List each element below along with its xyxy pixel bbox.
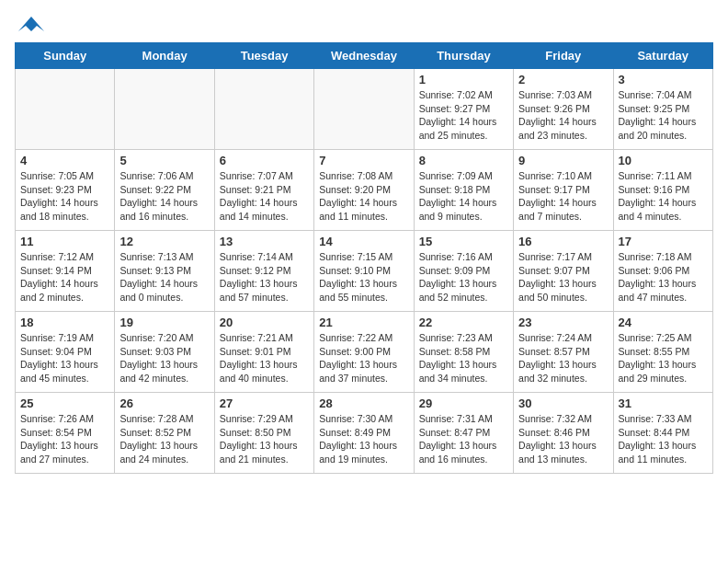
calendar-cell: 28Sunrise: 7:30 AM Sunset: 8:49 PM Dayli…: [314, 393, 414, 474]
calendar-cell: 14Sunrise: 7:15 AM Sunset: 9:10 PM Dayli…: [314, 231, 414, 312]
day-info: Sunrise: 7:24 AM Sunset: 8:57 PM Dayligh…: [518, 331, 608, 385]
day-info: Sunrise: 7:10 AM Sunset: 9:17 PM Dayligh…: [518, 169, 608, 224]
calendar-week-row: 4Sunrise: 7:05 AM Sunset: 9:23 PM Daylig…: [16, 150, 713, 231]
calendar-header-row: SundayMondayTuesdayWednesdayThursdayFrid…: [16, 43, 713, 69]
day-info: Sunrise: 7:11 AM Sunset: 9:16 PM Dayligh…: [619, 169, 708, 224]
day-number: 21: [319, 316, 408, 329]
day-info: Sunrise: 7:05 AM Sunset: 9:23 PM Dayligh…: [20, 169, 109, 224]
page-header: [15, 15, 713, 35]
calendar-cell: 6Sunrise: 7:07 AM Sunset: 9:21 PM Daylig…: [214, 150, 313, 231]
day-info: Sunrise: 7:15 AM Sunset: 9:10 PM Dayligh…: [319, 250, 408, 304]
calendar-cell: 22Sunrise: 7:23 AM Sunset: 8:58 PM Dayli…: [414, 312, 513, 393]
calendar-cell: 27Sunrise: 7:29 AM Sunset: 8:50 PM Dayli…: [214, 393, 313, 474]
calendar-cell: [115, 69, 214, 150]
day-info: Sunrise: 7:16 AM Sunset: 9:09 PM Dayligh…: [419, 250, 508, 304]
calendar-cell: 20Sunrise: 7:21 AM Sunset: 9:01 PM Dayli…: [214, 312, 313, 393]
day-number: 17: [619, 235, 708, 248]
day-number: 13: [220, 235, 309, 248]
day-info: Sunrise: 7:17 AM Sunset: 9:07 PM Dayligh…: [518, 250, 608, 304]
calendar-cell: 21Sunrise: 7:22 AM Sunset: 9:00 PM Dayli…: [314, 312, 414, 393]
day-number: 26: [119, 396, 209, 410]
day-number: 2: [518, 73, 608, 86]
day-number: 15: [419, 235, 508, 248]
day-info: Sunrise: 7:18 AM Sunset: 9:06 PM Dayligh…: [619, 250, 708, 304]
day-info: Sunrise: 7:32 AM Sunset: 8:46 PM Dayligh…: [518, 412, 608, 466]
calendar-cell: 11Sunrise: 7:12 AM Sunset: 9:14 PM Dayli…: [16, 231, 115, 312]
day-info: Sunrise: 7:12 AM Sunset: 9:14 PM Dayligh…: [20, 250, 109, 304]
day-number: 3: [619, 73, 708, 86]
calendar-cell: 16Sunrise: 7:17 AM Sunset: 9:07 PM Dayli…: [514, 231, 613, 312]
calendar-cell: 31Sunrise: 7:33 AM Sunset: 8:44 PM Dayli…: [613, 393, 712, 474]
calendar-cell: 12Sunrise: 7:13 AM Sunset: 9:13 PM Dayli…: [115, 231, 214, 312]
calendar-week-row: 11Sunrise: 7:12 AM Sunset: 9:14 PM Dayli…: [16, 231, 713, 312]
weekday-header: Monday: [115, 43, 214, 69]
day-number: 4: [20, 154, 109, 167]
day-info: Sunrise: 7:22 AM Sunset: 9:00 PM Dayligh…: [319, 331, 408, 385]
day-number: 29: [419, 396, 508, 410]
day-number: 31: [619, 396, 708, 410]
day-info: Sunrise: 7:13 AM Sunset: 9:13 PM Dayligh…: [119, 250, 209, 304]
day-number: 7: [319, 154, 408, 167]
calendar-cell: 13Sunrise: 7:14 AM Sunset: 9:12 PM Dayli…: [214, 231, 313, 312]
day-number: 5: [119, 154, 209, 167]
weekday-header: Friday: [514, 43, 613, 69]
day-number: 12: [119, 235, 209, 248]
calendar-cell: 24Sunrise: 7:25 AM Sunset: 8:55 PM Dayli…: [613, 312, 712, 393]
day-number: 23: [518, 316, 608, 329]
day-number: 1: [419, 73, 508, 86]
day-info: Sunrise: 7:14 AM Sunset: 9:12 PM Dayligh…: [220, 250, 309, 304]
day-info: Sunrise: 7:02 AM Sunset: 9:27 PM Dayligh…: [419, 88, 508, 143]
day-info: Sunrise: 7:09 AM Sunset: 9:18 PM Dayligh…: [419, 169, 508, 224]
calendar-cell: 7Sunrise: 7:08 AM Sunset: 9:20 PM Daylig…: [314, 150, 414, 231]
day-number: 20: [220, 316, 309, 329]
calendar-week-row: 18Sunrise: 7:19 AM Sunset: 9:04 PM Dayli…: [16, 312, 713, 393]
calendar-cell: 15Sunrise: 7:16 AM Sunset: 9:09 PM Dayli…: [414, 231, 513, 312]
day-info: Sunrise: 7:26 AM Sunset: 8:54 PM Dayligh…: [20, 412, 109, 466]
calendar-cell: 5Sunrise: 7:06 AM Sunset: 9:22 PM Daylig…: [115, 150, 214, 231]
day-number: 30: [518, 396, 608, 410]
day-info: Sunrise: 7:29 AM Sunset: 8:50 PM Dayligh…: [220, 412, 309, 466]
day-info: Sunrise: 7:33 AM Sunset: 8:44 PM Dayligh…: [619, 412, 708, 466]
day-number: 8: [419, 154, 508, 167]
day-info: Sunrise: 7:23 AM Sunset: 8:58 PM Dayligh…: [419, 331, 508, 385]
calendar-cell: [314, 69, 414, 150]
day-info: Sunrise: 7:31 AM Sunset: 8:47 PM Dayligh…: [419, 412, 508, 466]
day-info: Sunrise: 7:04 AM Sunset: 9:25 PM Dayligh…: [619, 88, 708, 143]
weekday-header: Tuesday: [214, 43, 313, 69]
day-info: Sunrise: 7:03 AM Sunset: 9:26 PM Dayligh…: [518, 88, 608, 143]
weekday-header: Thursday: [414, 43, 513, 69]
calendar-cell: 9Sunrise: 7:10 AM Sunset: 9:17 PM Daylig…: [514, 150, 613, 231]
calendar-cell: 17Sunrise: 7:18 AM Sunset: 9:06 PM Dayli…: [613, 231, 712, 312]
calendar-table: SundayMondayTuesdayWednesdayThursdayFrid…: [15, 42, 713, 474]
day-number: 25: [20, 396, 109, 410]
day-info: Sunrise: 7:07 AM Sunset: 9:21 PM Dayligh…: [220, 169, 309, 224]
day-number: 22: [419, 316, 508, 329]
day-info: Sunrise: 7:28 AM Sunset: 8:52 PM Dayligh…: [119, 412, 209, 466]
day-info: Sunrise: 7:21 AM Sunset: 9:01 PM Dayligh…: [220, 331, 309, 385]
calendar-cell: 18Sunrise: 7:19 AM Sunset: 9:04 PM Dayli…: [16, 312, 115, 393]
day-info: Sunrise: 7:06 AM Sunset: 9:22 PM Dayligh…: [119, 169, 209, 224]
calendar-cell: 25Sunrise: 7:26 AM Sunset: 8:54 PM Dayli…: [16, 393, 115, 474]
day-number: 10: [619, 154, 708, 167]
day-number: 24: [619, 316, 708, 329]
day-number: 11: [20, 235, 109, 248]
calendar-cell: [16, 69, 115, 150]
weekday-header: Saturday: [613, 43, 712, 69]
day-number: 6: [220, 154, 309, 167]
day-info: Sunrise: 7:08 AM Sunset: 9:20 PM Dayligh…: [319, 169, 408, 224]
calendar-cell: 30Sunrise: 7:32 AM Sunset: 8:46 PM Dayli…: [514, 393, 613, 474]
calendar-cell: 19Sunrise: 7:20 AM Sunset: 9:03 PM Dayli…: [115, 312, 214, 393]
svg-marker-0: [18, 17, 44, 31]
day-info: Sunrise: 7:19 AM Sunset: 9:04 PM Dayligh…: [20, 331, 109, 385]
day-info: Sunrise: 7:20 AM Sunset: 9:03 PM Dayligh…: [119, 331, 209, 385]
calendar-cell: 10Sunrise: 7:11 AM Sunset: 9:16 PM Dayli…: [613, 150, 712, 231]
logo-bird-icon: [18, 15, 44, 35]
logo: [15, 15, 44, 35]
day-number: 28: [319, 396, 408, 410]
day-number: 14: [319, 235, 408, 248]
day-number: 18: [20, 316, 109, 329]
calendar-cell: 3Sunrise: 7:04 AM Sunset: 9:25 PM Daylig…: [613, 69, 712, 150]
day-number: 19: [119, 316, 209, 329]
calendar-week-row: 25Sunrise: 7:26 AM Sunset: 8:54 PM Dayli…: [16, 393, 713, 474]
weekday-header: Wednesday: [314, 43, 414, 69]
